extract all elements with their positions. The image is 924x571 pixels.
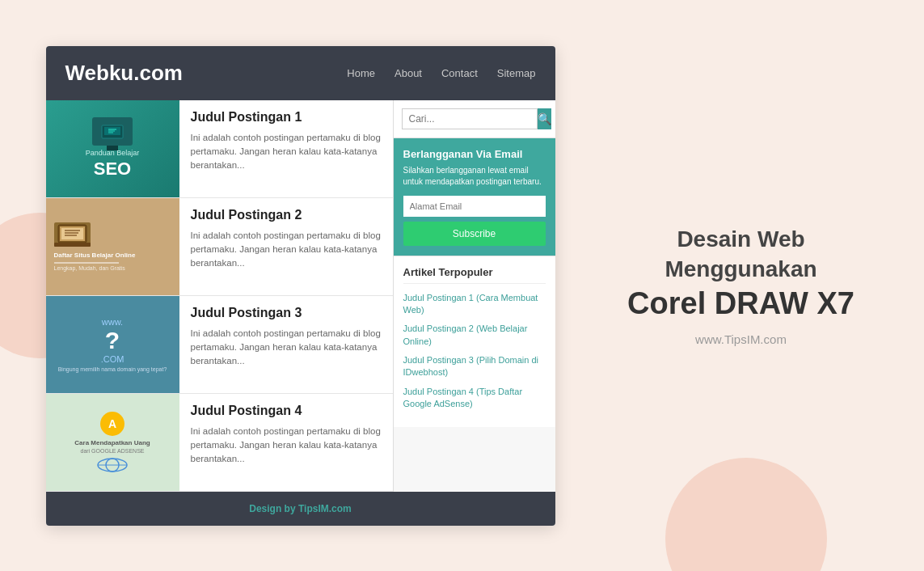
search-input[interactable]: [402, 108, 538, 129]
website-mockup: Webku.com Home About Contact Sitemap: [46, 46, 555, 526]
post-thumbnail-4: A Cara Mendapatkan Uang dari GOOGLE ADSE…: [46, 394, 179, 491]
post-excerpt-4: Ini adalah contoh postingan pertamaku di…: [191, 425, 382, 467]
popular-title: Artikel Terpopuler: [403, 266, 546, 284]
thumb1-seo: SEO: [94, 159, 131, 180]
post-excerpt-1: Ini adalah contoh postingan pertamaku di…: [191, 131, 382, 173]
subscribe-description: Silahkan berlangganan lewat email untuk …: [403, 165, 546, 188]
posts-column: Panduan Belajar SEO Judul Postingan 1 In…: [46, 100, 394, 492]
sidebar: 🔍 Berlangganan Via Email Silahkan berlan…: [394, 100, 555, 492]
post-thumbnail-2: Daftar Situs Belajar Online Lengkap, Mud…: [46, 198, 179, 295]
thumb3-question: ?: [105, 327, 120, 354]
search-button[interactable]: 🔍: [538, 108, 551, 129]
promo-line2: Corel DRAW X7: [604, 284, 879, 324]
post-content-4: Judul Postingan 4 Ini adalah contoh post…: [179, 394, 393, 491]
footer-text-prefix: Design by: [249, 503, 298, 514]
thumb4-title2: dari GOOGLE ADSENSE: [81, 448, 145, 454]
thumb2-title: Daftar Situs Belajar Online: [54, 252, 136, 259]
popular-item-4[interactable]: Judul Postingan 4 (Tips Daftar Google Ad…: [403, 386, 546, 411]
nav-sitemap[interactable]: Sitemap: [497, 67, 536, 79]
nav-about[interactable]: About: [394, 67, 422, 79]
nav-contact[interactable]: Contact: [441, 67, 478, 79]
post-item: www. ? .COM Bingung memilih nama domain …: [46, 296, 393, 394]
thumb4-title1: Cara Mendapatkan Uang: [74, 439, 150, 446]
site-header: Webku.com Home About Contact Sitemap: [46, 46, 555, 100]
subscribe-title: Berlangganan Via Email: [403, 148, 546, 160]
laptop-icon: [54, 222, 91, 247]
promo-url: www.TipsIM.com: [604, 332, 879, 346]
popular-item-1[interactable]: Judul Postingan 1 (Cara Membuat Web): [403, 292, 546, 317]
subscribe-email-input[interactable]: [403, 196, 546, 217]
post-item: Panduan Belajar SEO Judul Postingan 1 In…: [46, 100, 393, 198]
site-main: Panduan Belajar SEO Judul Postingan 1 In…: [46, 100, 555, 492]
nav-home[interactable]: Home: [347, 67, 375, 79]
post-item: A Cara Mendapatkan Uang dari GOOGLE ADSE…: [46, 394, 393, 492]
post-title-2: Judul Postingan 2: [191, 208, 382, 222]
promo-text: Desain Web Menggunakan Corel DRAW X7 www…: [604, 225, 879, 345]
thumb2-subtitle: Lengkap, Mudah, dan Gratis: [54, 265, 125, 271]
post-thumbnail-1: Panduan Belajar SEO: [46, 100, 179, 197]
popular-item-3[interactable]: Judul Postingan 3 (Pilih Domain di IDweb…: [403, 354, 546, 379]
popular-widget: Artikel Terpopuler Judul Postingan 1 (Ca…: [394, 256, 555, 427]
thumb3-www: www.: [102, 317, 123, 327]
post-title-4: Judul Postingan 4: [191, 404, 382, 418]
site-logo: Webku.com: [65, 61, 183, 86]
promo-line1: Desain Web Menggunakan: [604, 225, 879, 284]
svg-rect-11: [54, 243, 91, 247]
svg-rect-7: [61, 228, 83, 239]
post-thumbnail-3: www. ? .COM Bingung memilih nama domain …: [46, 296, 179, 393]
thumb3-com: .COM: [101, 354, 124, 364]
search-box: 🔍: [394, 100, 555, 138]
promo-main-title: Desain Web Menggunakan Corel DRAW X7: [604, 225, 879, 324]
footer-brand: TipsIM.com: [298, 503, 352, 514]
post-content-3: Judul Postingan 3 Ini adalah contoh post…: [179, 296, 393, 393]
subscribe-widget: Berlangganan Via Email Silahkan berlangg…: [394, 138, 555, 256]
adsense-icon: A: [100, 412, 124, 436]
post-title-1: Judul Postingan 1: [191, 110, 382, 125]
post-content-2: Judul Postingan 2 Ini adalah contoh post…: [179, 198, 393, 295]
site-nav: Home About Contact Sitemap: [347, 67, 535, 79]
subscribe-button[interactable]: Subscribe: [403, 222, 546, 246]
monitor-icon: [92, 117, 133, 146]
post-excerpt-2: Ini adalah contoh postingan pertamaku di…: [191, 229, 382, 271]
post-item: Daftar Situs Belajar Online Lengkap, Mud…: [46, 198, 393, 296]
site-footer: Design by TipsIM.com: [46, 492, 555, 526]
thumb3-subtitle: Bingung memilih nama domain yang tepat?: [58, 366, 167, 372]
thumb2-line1: [54, 262, 119, 264]
popular-item-2[interactable]: Judul Postingan 2 (Web Belajar Online): [403, 323, 546, 348]
post-title-3: Judul Postingan 3: [191, 306, 382, 320]
post-content-1: Judul Postingan 1 Ini adalah contoh post…: [179, 100, 393, 197]
post-excerpt-3: Ini adalah contoh postingan pertamaku di…: [191, 327, 382, 369]
page-wrapper: Webku.com Home About Contact Sitemap: [46, 46, 879, 526]
